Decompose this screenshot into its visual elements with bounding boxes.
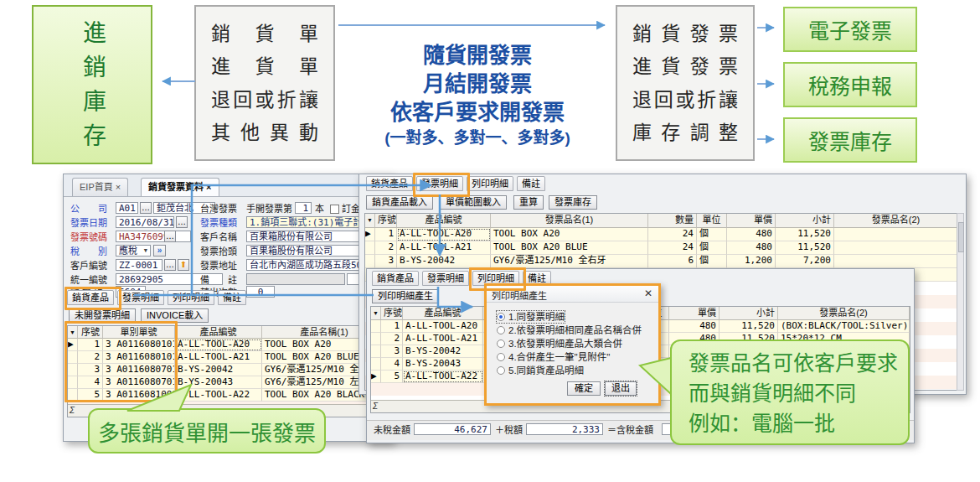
table-cell: A-LL-TOOL-A21 [175, 351, 262, 364]
tax-type-label: 稅 別 [70, 246, 107, 257]
column-header[interactable]: 產品編號 [397, 214, 491, 228]
load-sales-products-button[interactable]: 銷貨產品載入 [366, 195, 433, 210]
confirm-button[interactable]: 確定 [567, 381, 601, 396]
radio-option-3[interactable]: 3.依發票明細產品大類合併 [497, 338, 622, 350]
table-cell: A-LL-TOOL-A20 [175, 339, 262, 351]
uniform-no-label: 統一編號 [70, 274, 107, 286]
table-row[interactable]: ▶1A-LL-TOOL-A20TOOL BOX A2024個48011,520 [365, 228, 958, 241]
subtab-print-detail[interactable]: 列印明細 [168, 290, 214, 305]
table-row[interactable]: 2A-LL-TOOL-A21TOOL BOX A20 BLUE24個48011,… [365, 241, 958, 255]
output-einvoice: 電子發票 [783, 7, 917, 52]
invoice-docs-box: 銷貨發票 進貨發票 退回或折讓 庫存調整 [616, 5, 755, 161]
transfer-count-field[interactable]: 0 [246, 286, 275, 298]
invoice-title-field[interactable]: 百果箱股份有限公司 [246, 245, 364, 257]
radio-option-5[interactable]: 5.同銷貨產品明細 [497, 365, 584, 376]
scrollbar-thumb[interactable] [958, 222, 964, 252]
callout-text-line: 發票品名可依客戶要求 [689, 348, 908, 378]
source-doc: 其他異動 [211, 117, 318, 148]
radio-option-2[interactable]: 2.依發票明細相同產品名稱合併 [497, 324, 642, 336]
invoice-doc: 進貨發票 [632, 51, 738, 81]
table-cell: 24 [648, 241, 697, 255]
table-cell: TOOL BOX A20 [491, 228, 648, 241]
radio-icon[interactable] [497, 353, 505, 361]
subtab-print-detail[interactable]: 列印明細 [467, 176, 513, 191]
load-price-range-button[interactable]: 單價範圍載入 [440, 195, 507, 210]
table-cell: B-YS-20043 [403, 358, 483, 371]
table-cell: 1 [381, 320, 403, 333]
subtab-note[interactable]: 備註 [517, 176, 545, 191]
callout-text-line: 而與銷貨明細不同 [689, 378, 908, 408]
table-row[interactable]: 3B-YS-20042GY6/豪邁125/M10 全右牙6個1,2007,200 [365, 255, 958, 268]
table-cell [371, 358, 381, 371]
column-header[interactable]: 小計 [776, 214, 834, 228]
subtab-invoice-detail[interactable]: 發票明細 [117, 290, 164, 305]
column-header[interactable]: 序號 [375, 214, 397, 228]
callout-text-line: 例如：電腦一批 [689, 408, 908, 438]
close-icon[interactable]: × [206, 182, 211, 192]
column-header[interactable]: 發票品名(1) [491, 214, 648, 228]
radio-icon[interactable] [497, 326, 505, 334]
invoice-no-lookup-button[interactable]: … [164, 231, 176, 242]
table-cell: 24 [648, 228, 697, 241]
column-header[interactable]: 單位 [697, 214, 727, 228]
generate-print-detail-button[interactable]: 列印明細產生 [372, 289, 439, 303]
manual-count-field[interactable]: 1 [295, 202, 312, 214]
radio-icon[interactable] [497, 339, 505, 348]
deposit-checkbox[interactable] [330, 205, 339, 214]
sigma-icon: Σ [70, 406, 75, 415]
column-header[interactable]: 單價 [669, 307, 720, 320]
column-header[interactable]: 產品編號 [403, 307, 483, 320]
exit-button[interactable]: 退出 [605, 381, 637, 396]
radio-option-4[interactable]: 4.合併產生一筆"見附件" [497, 351, 610, 363]
column-header[interactable]: 發票品名(2) [834, 214, 958, 228]
invoice-address-label: 發票地址 [200, 260, 237, 272]
customer-lookup-button[interactable]: … [164, 259, 176, 271]
untaxed-amount-field: 46,627 [414, 423, 491, 435]
table-cell [371, 320, 381, 333]
company-lookup-button[interactable]: … [140, 202, 152, 214]
customer-up-arrow-button[interactable]: ⬆ [178, 259, 189, 271]
table-cell: 11,520 [776, 241, 834, 255]
tab-eip-home[interactable]: EIP首頁 × [72, 178, 128, 196]
highlight-order-columns [64, 321, 178, 402]
total-amount-label: ＝含稅金額 [607, 424, 653, 436]
customer-name-field[interactable]: 百果箱股份有限公司 [246, 231, 364, 242]
invoice-stock-button[interactable]: 發票庫存 [549, 195, 597, 210]
column-header[interactable]: 序號 [381, 307, 403, 320]
invoice-date-lookup-button[interactable]: … [176, 216, 188, 228]
tax-expand-button[interactable]: » [153, 245, 166, 257]
method-line: (一對多、多對一、多對多) [384, 129, 570, 148]
radio-option-1[interactable]: 1.同發票明細 [497, 311, 565, 323]
column-header[interactable]: 產品編號 [175, 326, 262, 339]
tab-sales-invoice-data[interactable]: 銷貨發票資料 × [141, 178, 219, 196]
column-header[interactable]: 單價 [727, 214, 776, 228]
subtab-sales-products[interactable]: 銷貨產品 [366, 176, 413, 191]
close-icon[interactable]: ✕ [644, 288, 652, 299]
close-icon[interactable]: × [116, 182, 121, 192]
invoice-no-field[interactable]: HA34760991 [116, 231, 191, 242]
output-label: 電子發票 [808, 14, 892, 44]
subtab-note[interactable]: 備註 [218, 290, 246, 305]
table-cell: 7,200 [776, 255, 834, 268]
note-field[interactable] [246, 273, 345, 285]
invoice-date-label: 發票日期 [70, 217, 107, 229]
column-header[interactable]: 數量 [648, 214, 697, 228]
invoice-date-field[interactable]: 2016/08/31 [116, 216, 174, 228]
table-cell: 480 [669, 320, 720, 333]
customer-no-field[interactable]: ZZ-0001 [116, 259, 162, 271]
table-cell: 5 [381, 371, 403, 383]
invoice-title-label: 發票抬頭 [200, 246, 237, 257]
company-code-field[interactable]: A01 [116, 202, 138, 214]
recalculate-button[interactable]: 重算 [513, 195, 544, 210]
tax-amount-field: 2,333 [526, 423, 603, 435]
radio-icon[interactable] [497, 366, 505, 375]
subtab-sales-products[interactable]: 銷貨產品 [372, 271, 419, 286]
radio-selected-icon[interactable] [497, 313, 505, 321]
column-header[interactable]: 發票品名(2) [778, 307, 910, 320]
table-cell: A-LL-TOOL-A20 [403, 320, 483, 333]
vertical-scrollbar[interactable] [957, 213, 964, 391]
subtab-invoice-detail[interactable]: 發票明細 [422, 271, 469, 286]
page: 進銷庫存 銷貨單 進貨單 退回或折讓 其他異動 隨貨開發票 月結開發票 依客戶要… [0, 0, 980, 482]
column-header[interactable]: 小計 [720, 307, 778, 320]
tax-type-select[interactable]: 應稅 ▼ [116, 245, 151, 257]
